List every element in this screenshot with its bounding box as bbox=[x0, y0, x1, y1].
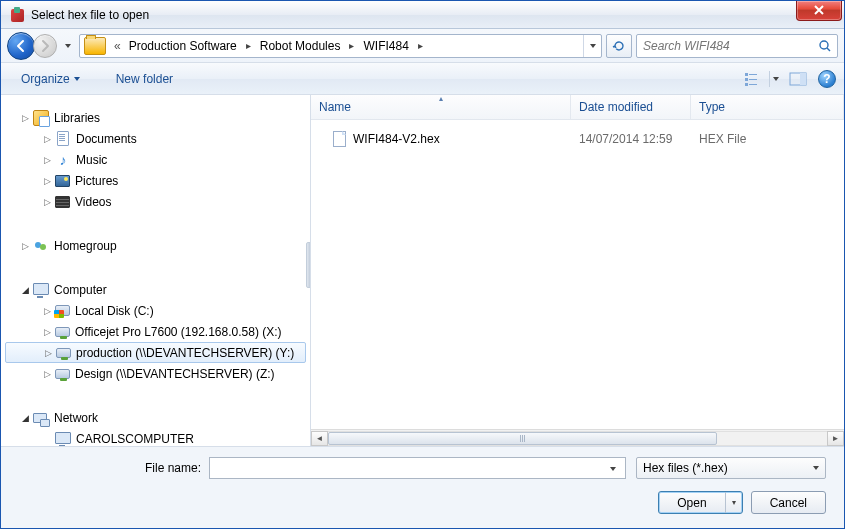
open-dropdown-button[interactable]: ▾ bbox=[726, 498, 742, 507]
caret-down-icon bbox=[773, 77, 779, 81]
tree-network[interactable]: ◢Network bbox=[1, 407, 310, 428]
tree-design[interactable]: ▷Design (\\DEVANTECHSERVER) (Z:) bbox=[1, 363, 310, 384]
view-icon bbox=[744, 71, 766, 87]
column-headers: Name ▴ Date modified Type bbox=[311, 95, 844, 120]
open-label: Open bbox=[659, 492, 725, 513]
filename-combo[interactable] bbox=[209, 457, 626, 479]
preview-pane-icon bbox=[789, 72, 807, 86]
command-bar: Organize New folder ? bbox=[1, 63, 844, 95]
scroll-thumb[interactable] bbox=[328, 432, 717, 445]
horizontal-scrollbar[interactable]: ◄ ► bbox=[311, 429, 844, 446]
computer-icon bbox=[55, 431, 71, 447]
breadcrumb-chevron-icon[interactable]: ▸ bbox=[344, 35, 359, 57]
address-history-button[interactable] bbox=[583, 35, 601, 57]
tree-computer[interactable]: ◢Computer bbox=[1, 279, 310, 300]
document-icon bbox=[55, 131, 71, 147]
tree-local-disk[interactable]: ▷Local Disk (C:) bbox=[1, 300, 310, 321]
help-icon: ? bbox=[823, 72, 830, 86]
breadcrumb-chevron-icon[interactable]: ▸ bbox=[413, 35, 428, 57]
tree-documents[interactable]: ▷Documents bbox=[1, 128, 310, 149]
tree-libraries[interactable]: ▷Libraries bbox=[1, 107, 310, 128]
scroll-track[interactable] bbox=[328, 431, 827, 446]
file-row[interactable]: WIFI484-V2.hex 14/07/2014 12:59 HEX File bbox=[311, 128, 844, 149]
breadcrumb-item[interactable]: Production Software bbox=[125, 35, 241, 57]
caret-down-icon bbox=[74, 77, 80, 81]
homegroup-icon bbox=[33, 238, 49, 254]
caret-down-icon bbox=[610, 467, 616, 471]
change-view-button[interactable] bbox=[741, 68, 782, 90]
file-list-pane: Name ▴ Date modified Type WIFI484-V2.hex… bbox=[311, 95, 844, 446]
svg-rect-3 bbox=[745, 78, 748, 81]
tree-officejet[interactable]: ▷Officejet Pro L7600 (192.168.0.58) (X:) bbox=[1, 321, 310, 342]
scroll-left-button[interactable]: ◄ bbox=[311, 431, 328, 446]
expand-icon: ▷ bbox=[19, 113, 31, 123]
tree-homegroup[interactable]: ▷Homegroup bbox=[1, 235, 310, 256]
new-folder-label: New folder bbox=[116, 72, 173, 86]
tree-videos[interactable]: ▷Videos bbox=[1, 191, 310, 212]
cancel-button[interactable]: Cancel bbox=[751, 491, 826, 514]
caret-down-icon bbox=[590, 44, 596, 48]
breadcrumb-item[interactable]: WIFI484 bbox=[359, 35, 412, 57]
open-button[interactable]: Open ▾ bbox=[658, 491, 742, 514]
arrow-right-icon bbox=[38, 39, 52, 53]
refresh-icon bbox=[612, 39, 626, 53]
breadcrumb-overflow[interactable]: « bbox=[110, 35, 125, 57]
svg-point-0 bbox=[820, 41, 828, 49]
back-button[interactable] bbox=[7, 32, 35, 60]
column-date-modified[interactable]: Date modified bbox=[571, 95, 691, 119]
breadcrumb-chevron-icon[interactable]: ▸ bbox=[241, 35, 256, 57]
navigation-pane[interactable]: ▷Libraries ▷Documents ▷♪Music ▷Pictures … bbox=[1, 95, 311, 446]
music-icon: ♪ bbox=[55, 152, 71, 168]
search-input[interactable] bbox=[641, 38, 817, 54]
picture-icon bbox=[55, 175, 70, 187]
computer-icon bbox=[33, 282, 49, 298]
dialog-footer: File name: Hex files (*.hex) Open ▾ Canc… bbox=[1, 447, 844, 528]
app-icon bbox=[9, 7, 25, 23]
sort-ascending-icon: ▴ bbox=[439, 94, 443, 103]
network-icon bbox=[33, 410, 49, 426]
file-date: 14/07/2014 12:59 bbox=[571, 132, 691, 146]
filter-label: Hex files (*.hex) bbox=[643, 461, 813, 475]
column-type[interactable]: Type bbox=[691, 95, 844, 119]
column-name[interactable]: Name ▴ bbox=[311, 95, 571, 119]
svg-rect-8 bbox=[800, 73, 806, 85]
organize-label: Organize bbox=[21, 72, 70, 86]
caret-down-icon bbox=[813, 466, 819, 470]
file-open-dialog: Select hex file to open « Production Sof… bbox=[0, 0, 845, 529]
search-box[interactable] bbox=[636, 34, 838, 58]
svg-rect-5 bbox=[745, 83, 748, 86]
svg-rect-4 bbox=[749, 79, 757, 80]
tree-network-computer[interactable]: CAROLSCOMPUTER bbox=[1, 428, 310, 446]
caret-down-icon bbox=[65, 44, 71, 48]
tree-music[interactable]: ▷♪Music bbox=[1, 149, 310, 170]
close-icon bbox=[813, 5, 825, 15]
recent-locations-button[interactable] bbox=[61, 36, 75, 56]
file-icon bbox=[331, 131, 347, 147]
file-list[interactable]: WIFI484-V2.hex 14/07/2014 12:59 HEX File bbox=[311, 120, 844, 429]
video-icon bbox=[55, 196, 70, 208]
filename-label: File name: bbox=[19, 461, 209, 475]
filename-input[interactable] bbox=[214, 460, 605, 476]
svg-rect-1 bbox=[745, 73, 748, 76]
library-icon bbox=[33, 110, 49, 126]
help-button[interactable]: ? bbox=[818, 70, 836, 88]
search-icon[interactable] bbox=[817, 38, 833, 54]
cancel-label: Cancel bbox=[770, 496, 807, 510]
file-type-filter[interactable]: Hex files (*.hex) bbox=[636, 457, 826, 479]
organize-menu[interactable]: Organize bbox=[15, 68, 86, 90]
address-bar[interactable]: « Production Software ▸ Robot Modules ▸ … bbox=[79, 34, 602, 58]
refresh-button[interactable] bbox=[606, 34, 632, 58]
preview-pane-button[interactable] bbox=[786, 68, 810, 90]
forward-button[interactable] bbox=[33, 34, 57, 58]
svg-point-10 bbox=[40, 244, 46, 250]
file-type: HEX File bbox=[691, 132, 844, 146]
arrow-left-icon bbox=[14, 39, 28, 53]
filename-history-button[interactable] bbox=[605, 463, 621, 473]
tree-production[interactable]: ▷production (\\DEVANTECHSERVER) (Y:) bbox=[5, 342, 306, 363]
new-folder-button[interactable]: New folder bbox=[110, 68, 179, 90]
breadcrumb-item[interactable]: Robot Modules bbox=[256, 35, 345, 57]
tree-pictures[interactable]: ▷Pictures bbox=[1, 170, 310, 191]
close-button[interactable] bbox=[796, 1, 842, 21]
title-bar: Select hex file to open bbox=[1, 1, 844, 29]
scroll-right-button[interactable]: ► bbox=[827, 431, 844, 446]
